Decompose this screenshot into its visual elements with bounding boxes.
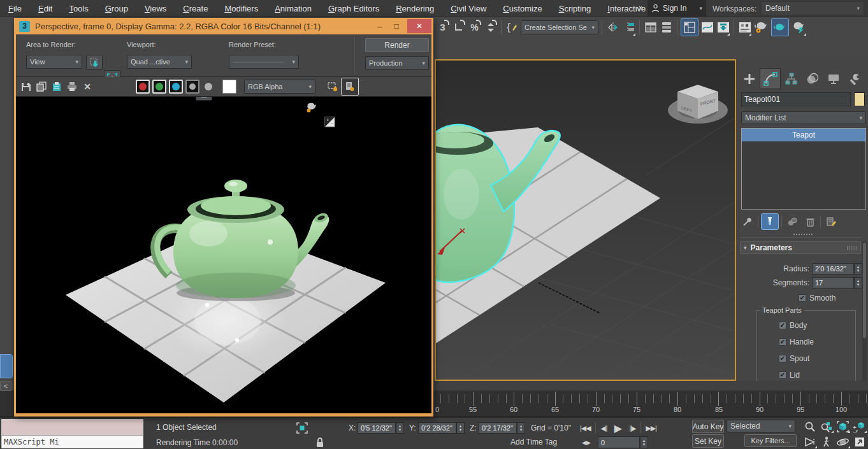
menu-create[interactable]: Create: [175, 1, 216, 17]
left-dock-collapse-button[interactable]: <: [0, 381, 11, 391]
lid-checkbox[interactable]: ✔: [779, 371, 786, 379]
render-setup-small-icon[interactable]: [304, 101, 319, 115]
spout-checkbox[interactable]: ✔: [779, 355, 786, 362]
tab-hierarchy[interactable]: [781, 68, 802, 89]
srgb-toggle-icon[interactable]: [341, 78, 359, 96]
radius-field[interactable]: 2'0 16/32": [812, 263, 854, 274]
clone-image-icon[interactable]: [34, 78, 49, 95]
x-spinner[interactable]: ▴▾: [396, 422, 404, 434]
set-key-button[interactable]: Set Key: [692, 434, 724, 448]
maxscript-mini-listener[interactable]: MAXScript Mi: [1, 419, 143, 448]
render-mode-dropdown[interactable]: Production▾: [365, 56, 429, 70]
save-image-icon[interactable]: [18, 78, 34, 95]
key-filters-button[interactable]: Key Filters...: [744, 434, 797, 447]
rendered-image[interactable]: [16, 97, 431, 413]
menu-tools[interactable]: Tools: [61, 1, 96, 17]
rfw-title-bar[interactable]: 3 Perspective, frame 0, Display Gamma: 2…: [16, 18, 431, 34]
segments-field[interactable]: 17: [812, 277, 854, 289]
next-frame-button[interactable]: ||▶: [626, 425, 639, 432]
render-button[interactable]: Render: [365, 38, 429, 52]
tab-utilities[interactable]: [844, 68, 865, 89]
panel-splitter[interactable]: [737, 232, 868, 236]
snap-toggle-3d-icon[interactable]: 3: [435, 18, 450, 36]
environment-exposure-icon[interactable]: + −: [322, 115, 337, 129]
zoom-extents-all-icon[interactable]: [851, 419, 867, 434]
left-dock-highlight-button[interactable]: [0, 354, 13, 378]
channel-display-dropdown[interactable]: RGB Alpha▾: [244, 80, 315, 94]
object-name-field[interactable]: Teapot001: [741, 92, 851, 106]
zoom-all-icon[interactable]: [818, 419, 834, 434]
menu-scripting[interactable]: Scripting: [551, 1, 600, 17]
z-spinner[interactable]: ▴▾: [517, 422, 525, 434]
percent-snap-icon[interactable]: %: [467, 18, 482, 36]
sign-in-button[interactable]: Sign In ▾: [647, 0, 706, 17]
configure-modifier-sets-icon[interactable]: [823, 214, 839, 229]
align-icon[interactable]: [621, 18, 636, 36]
tab-modify[interactable]: [760, 68, 781, 89]
scene-explorer-icon[interactable]: [659, 18, 674, 36]
workspaces-dropdown[interactable]: Default ▾: [761, 1, 864, 15]
print-image-icon[interactable]: [64, 78, 80, 95]
blue-channel-button[interactable]: [169, 80, 183, 94]
menu-group[interactable]: Group: [97, 1, 136, 17]
menu-civil-view[interactable]: Civil View: [442, 1, 495, 17]
selection-set-dropdown[interactable]: Create Selection Se ▾: [521, 20, 598, 34]
menu-customize[interactable]: Customize: [495, 1, 550, 17]
current-frame-field[interactable]: 0: [598, 436, 640, 448]
schematic-view-icon[interactable]: [716, 18, 730, 36]
copy-to-clipboard-icon[interactable]: [49, 78, 64, 95]
render-setup-icon[interactable]: [753, 18, 770, 36]
clear-image-icon[interactable]: ✕: [80, 78, 95, 95]
edit-region-icon[interactable]: [86, 55, 103, 70]
segments-spinner[interactable]: ▴▾: [854, 277, 862, 289]
menu-interactive[interactable]: Interactive: [599, 1, 654, 17]
x-coordinate-field[interactable]: 0'5 12/32": [358, 422, 396, 434]
object-color-swatch[interactable]: [854, 92, 865, 106]
green-channel-button[interactable]: [152, 80, 166, 94]
frame-spinner[interactable]: ▴▾: [640, 436, 648, 448]
body-checkbox[interactable]: ✔: [779, 322, 786, 329]
show-end-result-icon[interactable]: [761, 213, 779, 230]
layer-manager-icon[interactable]: [643, 18, 658, 36]
smooth-checkbox[interactable]: ✔: [799, 294, 806, 302]
mirror-icon[interactable]: [605, 18, 620, 36]
menu-edit[interactable]: Edit: [30, 1, 61, 17]
rfw-close-button[interactable]: ✕: [407, 19, 431, 33]
named-selection-sets-icon[interactable]: {: [505, 18, 519, 36]
play-button[interactable]: ▶: [612, 422, 625, 434]
add-time-tag-label[interactable]: Add Time Tag: [510, 438, 557, 446]
alpha-channel-button[interactable]: [202, 80, 215, 94]
color-correction-icon[interactable]: [324, 78, 341, 95]
spinner-snap-icon[interactable]: [483, 18, 498, 36]
previous-frame-button[interactable]: ◀||: [597, 425, 611, 432]
curve-editor-icon[interactable]: [700, 18, 714, 36]
menu-animation[interactable]: Animation: [266, 1, 320, 17]
maxscript-pink-row[interactable]: [2, 420, 143, 436]
modifier-stack[interactable]: Teapot: [741, 128, 866, 210]
y-spinner[interactable]: ▴▾: [456, 422, 465, 434]
rfw-maximize-button[interactable]: □: [388, 20, 405, 32]
tab-display[interactable]: [823, 68, 844, 89]
perspective-viewport[interactable]: LEFT FRONT: [435, 59, 736, 381]
material-editor-icon[interactable]: [737, 18, 752, 36]
goto-end-button[interactable]: ▶▶|: [642, 424, 660, 432]
goto-start-button[interactable]: |◀◀: [577, 424, 594, 432]
rendered-frame-window[interactable]: 3 Perspective, frame 0, Display Gamma: 2…: [14, 18, 433, 417]
menu-graph-editors[interactable]: Graph Editors: [320, 1, 387, 17]
menu-overflow-chevron[interactable]: »: [639, 3, 643, 12]
rfw-minimize-button[interactable]: –: [372, 20, 388, 32]
zoom-icon[interactable]: [802, 419, 818, 434]
handle-checkbox[interactable]: ✔: [779, 338, 786, 346]
render-preset-dropdown[interactable]: ▾: [229, 55, 299, 69]
menu-rendering[interactable]: Rendering: [387, 1, 442, 17]
angle-snap-icon[interactable]: [451, 18, 466, 36]
render-production-icon[interactable]: [790, 18, 807, 36]
auto-key-button[interactable]: Auto Key: [692, 420, 724, 433]
y-coordinate-field[interactable]: 0'2 28/32": [418, 422, 456, 434]
monochrome-button[interactable]: [185, 80, 199, 94]
radius-spinner[interactable]: ▴▾: [854, 263, 862, 274]
modifier-stack-item-teapot[interactable]: Teapot: [742, 129, 865, 141]
isolate-selection-icon[interactable]: [295, 421, 309, 435]
walk-through-icon[interactable]: [818, 434, 834, 449]
selection-lock-icon[interactable]: [313, 435, 327, 449]
